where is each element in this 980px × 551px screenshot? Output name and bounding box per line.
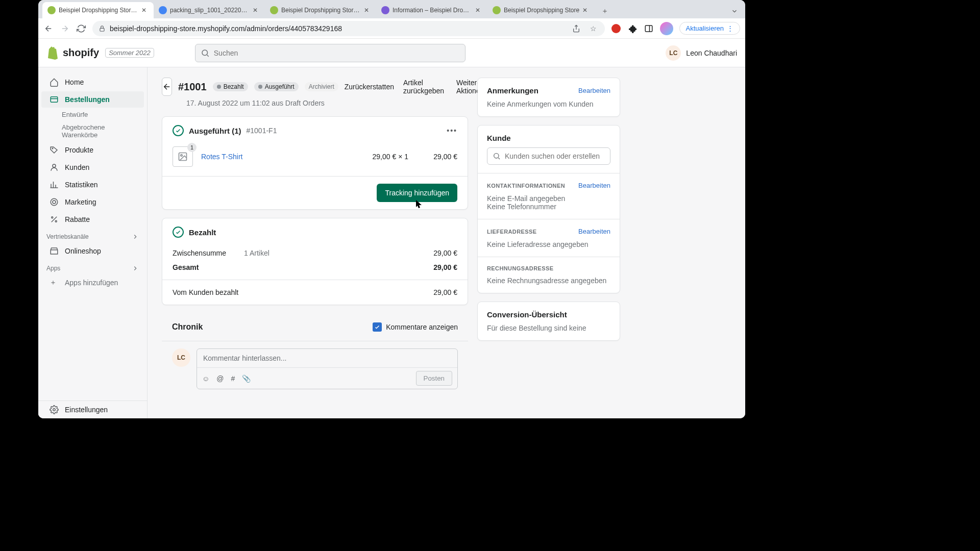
sidebar-item-home[interactable]: Home <box>41 74 144 90</box>
order-header: #1001 Bezahlt Ausgeführt Archiviert Zurü… <box>162 78 468 96</box>
sidepanel-icon[interactable] <box>644 23 654 34</box>
back-button[interactable] <box>43 24 54 33</box>
show-comments-checkbox[interactable] <box>373 322 382 332</box>
browser-tab-1[interactable]: packing_slip_1001_20220818 ✕ <box>154 2 265 18</box>
attachment-icon[interactable]: 📎 <box>242 374 251 383</box>
notes-edit-link[interactable]: Bearbeiten <box>578 87 610 94</box>
close-icon[interactable]: ✕ <box>141 7 149 14</box>
svg-rect-4 <box>51 97 58 103</box>
address-bar[interactable]: beispiel-dropshipping-store.myshopify.co… <box>92 21 605 36</box>
post-button[interactable]: Posten <box>416 371 453 386</box>
svg-point-6 <box>53 164 56 167</box>
favicon <box>270 6 278 14</box>
sidebar-item-label: Onlineshop <box>65 247 101 255</box>
sidebar-item-orders[interactable]: Bestellungen <box>41 91 144 108</box>
close-icon[interactable]: ✕ <box>364 7 371 14</box>
sidebar-item-add-apps[interactable]: ＋Apps hinzufügen <box>41 274 144 291</box>
line-total: 29,00 € <box>416 153 457 161</box>
sidebar-section-channels[interactable]: Vertriebskanäle <box>38 228 147 242</box>
no-billing: Keine Rechnungsadresse angegeben <box>487 277 610 285</box>
sidebar-section-apps[interactable]: Apps <box>38 260 147 274</box>
sidebar-item-label: Home <box>65 78 84 86</box>
browser-tab-4[interactable]: Beispiel Dropshipping Store ✕ <box>487 2 595 18</box>
extensions-puzzle-icon[interactable] <box>627 23 638 34</box>
more-menu-icon[interactable]: ••• <box>447 127 457 135</box>
close-icon[interactable]: ✕ <box>582 7 590 14</box>
bookmark-star-icon[interactable]: ☆ <box>589 23 599 34</box>
shipping-edit-link[interactable]: Bearbeiten <box>578 228 610 235</box>
customer-search-input[interactable] <box>505 152 605 160</box>
gear-icon <box>50 405 59 414</box>
inbox-icon <box>50 95 59 104</box>
sidebar-item-label: Bestellungen <box>65 95 110 104</box>
notes-title: Anmerkungen <box>487 86 538 95</box>
badge-fulfilled: Ausgeführt <box>254 82 299 91</box>
emoji-icon[interactable]: ☺ <box>202 374 209 383</box>
forward-button[interactable] <box>60 24 70 33</box>
sidebar-sub-drafts[interactable]: Entwürfe <box>38 108 147 121</box>
notes-card: AnmerkungenBearbeiten Keine Anmerkungen … <box>477 78 620 117</box>
order-timestamp: 17. August 2022 um 11:02 aus Draft Order… <box>186 99 468 107</box>
shipping-label: LIEFERADRESSE <box>487 229 537 235</box>
sidebar-item-label: Produkte <box>65 146 93 154</box>
plus-icon: ＋ <box>50 278 59 287</box>
brand[interactable]: shopify Sommer 2022 <box>46 46 154 60</box>
reload-button[interactable] <box>76 24 86 33</box>
user-menu[interactable]: LC Leon Chaudhari <box>666 45 737 61</box>
app-topbar: shopify Sommer 2022 LC Leon Chaudhari <box>38 39 745 67</box>
conversion-text: Für diese Bestellung sind keine <box>487 324 610 332</box>
sidebar-item-label: Einstellungen <box>65 406 108 414</box>
browser-tab-2[interactable]: Beispiel Dropshipping Store · V ✕ <box>265 2 376 18</box>
sidebar-sub-abandoned[interactable]: Abgebrochene Warenkörbe <box>38 121 147 141</box>
badge-archived: Archiviert <box>305 82 338 91</box>
favicon <box>493 6 501 14</box>
new-tab-button[interactable]: ＋ <box>598 4 612 18</box>
refund-action[interactable]: Zurückerstatten <box>345 83 394 91</box>
back-arrow-button[interactable] <box>162 78 172 96</box>
sidebar-item-discounts[interactable]: Rabatte <box>41 211 144 228</box>
sidebar-item-analytics[interactable]: Statistiken <box>41 177 144 193</box>
sidebar-item-label: Kunden <box>65 163 89 171</box>
hashtag-icon[interactable]: # <box>231 374 235 383</box>
add-tracking-button[interactable]: Tracking hinzufügen <box>377 184 457 202</box>
browser-tab-3[interactable]: Information – Beispiel Dropshi ✕ <box>376 2 487 18</box>
svg-point-5 <box>52 148 53 149</box>
timeline-section: Chronik Kommentare anzeigen LC Kommentar… <box>162 313 468 397</box>
search-input[interactable] <box>214 49 460 57</box>
global-search[interactable] <box>195 44 465 62</box>
shopify-logo-icon <box>46 46 59 60</box>
customer-search[interactable] <box>487 147 610 165</box>
close-icon[interactable]: ✕ <box>475 7 482 14</box>
sidebar-item-onlinestore[interactable]: Onlineshop <box>41 243 144 259</box>
comment-avatar: LC <box>172 348 190 367</box>
svg-rect-0 <box>100 28 104 31</box>
profile-avatar[interactable] <box>660 22 673 35</box>
sidebar-item-label: Marketing <box>65 198 96 206</box>
return-action[interactable]: Artikel zurückgeben <box>403 79 447 95</box>
product-name-link[interactable]: Rotes T-Shirt <box>201 153 242 161</box>
chevron-right-icon <box>132 265 139 272</box>
comment-input[interactable]: Kommentar hinterlassen... <box>197 349 457 367</box>
sidebar-item-products[interactable]: Produkte <box>41 142 144 158</box>
sidebar-item-customers[interactable]: Kunden <box>41 159 144 176</box>
product-thumbnail[interactable]: 1 <box>173 146 193 167</box>
svg-point-7 <box>51 198 58 206</box>
update-button[interactable]: Aktualisieren ⋮ <box>679 22 740 35</box>
favicon <box>159 6 167 14</box>
share-icon[interactable] <box>571 23 581 34</box>
browser-tab-0[interactable]: Beispiel Dropshipping Store · B ✕ <box>42 2 154 18</box>
subtotal-value: 29,00 € <box>433 249 457 257</box>
show-comments-label: Kommentare anzeigen <box>386 323 458 331</box>
contact-edit-link[interactable]: Bearbeiten <box>578 182 610 189</box>
mention-icon[interactable]: @ <box>216 374 224 383</box>
close-icon[interactable]: ✕ <box>253 7 260 14</box>
extension-icon[interactable] <box>611 23 621 34</box>
subtotal-desc: 1 Artikel <box>244 249 270 257</box>
sidebar-item-marketing[interactable]: Marketing <box>41 194 144 210</box>
user-icon <box>50 163 59 172</box>
contact-label: KONTAKTINFORMATIONEN <box>487 183 565 189</box>
paid-value: 29,00 € <box>433 288 457 296</box>
line-item: 1 Rotes T-Shirt 29,00 € × 1 29,00 € <box>162 144 468 176</box>
tabs-overflow-icon[interactable] <box>729 6 740 18</box>
sidebar-item-settings[interactable]: Einstellungen <box>41 402 144 418</box>
